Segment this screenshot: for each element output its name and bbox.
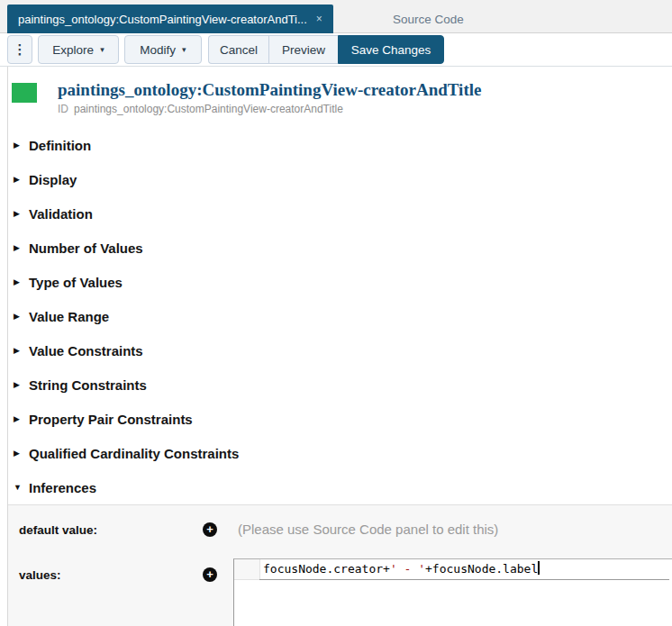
section-label: Property Pair Constraints: [29, 412, 193, 427]
section-row-string-constraints[interactable]: ▶ String Constraints: [8, 367, 672, 402]
chevron-down-icon: ▼: [14, 483, 23, 492]
section-label: Value Range: [29, 309, 109, 324]
resource-header-text: paintings_ontology:CustomPaintingView-cr…: [58, 79, 481, 115]
property-shape-icon: [12, 83, 37, 103]
edit-actions-group: Cancel Preview Save Changes: [208, 35, 444, 64]
section-label: Qualified Cardinality Constraints: [29, 446, 239, 461]
cancel-label: Cancel: [220, 43, 258, 57]
section-row-qualified-cardinality-constraints[interactable]: ▶ Qualified Cardinality Constraints: [8, 436, 672, 470]
save-changes-label: Save Changes: [351, 43, 431, 57]
code-string-token: ' - ': [390, 562, 425, 576]
chevron-right-icon: ▶: [14, 449, 23, 458]
values-code-editor[interactable]: focusNode.creator+' - '+focusNode.label: [233, 558, 672, 626]
kebab-icon: ⋮: [14, 41, 27, 58]
chevron-right-icon: ▶: [14, 312, 23, 321]
plus-icon: +: [206, 567, 213, 581]
page-title: paintings_ontology:CustomPaintingView-cr…: [58, 79, 481, 101]
chevron-right-icon: ▶: [14, 414, 23, 423]
section-row-inferences[interactable]: ▼ Inferences: [8, 470, 672, 504]
section-label: String Constraints: [29, 377, 147, 393]
preview-label: Preview: [282, 43, 325, 57]
section-list: ▶ Definition ▶ Display ▶ Validation ▶ Nu…: [8, 128, 672, 504]
explore-dropdown-button[interactable]: Explore ▾: [38, 35, 119, 64]
section-label: Number of Values: [29, 240, 143, 256]
inferences-panel: default value: + (Please use Source Code…: [8, 504, 672, 626]
code-line[interactable]: focusNode.creator+' - '+focusNode.label: [259, 559, 669, 580]
tab-resource[interactable]: paintings_ontology:CustomPaintingView-cr…: [7, 5, 333, 33]
add-values-button[interactable]: +: [203, 567, 217, 582]
section-label: Definition: [29, 138, 91, 153]
code-token: focusNode.creator+: [263, 562, 390, 576]
chevron-right-icon: ▶: [14, 175, 23, 184]
chevron-down-icon: ▾: [100, 45, 104, 54]
section-label: Display: [29, 172, 77, 187]
plus-icon: +: [206, 522, 213, 536]
add-default-value-button[interactable]: +: [203, 522, 217, 537]
section-label: Value Constraints: [29, 343, 143, 358]
chevron-right-icon: ▶: [14, 380, 23, 389]
values-label: values:: [19, 568, 61, 582]
kebab-menu-button[interactable]: ⋮: [7, 35, 32, 64]
tab-resource-label: paintings_ontology:CustomPaintingView-cr…: [18, 13, 307, 26]
chevron-down-icon: ▾: [182, 45, 186, 54]
save-changes-button[interactable]: Save Changes: [338, 35, 444, 64]
toolbar: ⋮ Explore ▾ Modify ▾ Cancel Preview Save…: [0, 33, 672, 67]
section-row-property-pair-constraints[interactable]: ▶ Property Pair Constraints: [8, 402, 672, 436]
section-row-number-of-values[interactable]: ▶ Number of Values: [8, 231, 672, 265]
resource-id-line: IDpaintings_ontology:CustomPaintingView-…: [58, 103, 481, 115]
modify-dropdown-button[interactable]: Modify ▾: [124, 35, 202, 64]
section-row-definition[interactable]: ▶ Definition: [8, 128, 672, 162]
section-row-value-range[interactable]: ▶ Value Range: [8, 299, 672, 333]
chevron-right-icon: ▶: [14, 141, 23, 150]
section-label: Type of Values: [29, 275, 123, 290]
chevron-right-icon: ▶: [14, 346, 23, 355]
section-row-display[interactable]: ▶ Display: [8, 162, 672, 196]
cancel-button[interactable]: Cancel: [208, 35, 268, 64]
section-row-value-constraints[interactable]: ▶ Value Constraints: [8, 333, 672, 367]
default-value-label: default value:: [19, 523, 97, 537]
tab-bar: paintings_ontology:CustomPaintingView-cr…: [0, 0, 672, 33]
close-icon[interactable]: ×: [316, 14, 322, 24]
chevron-right-icon: ▶: [14, 209, 23, 218]
chevron-right-icon: ▶: [14, 277, 23, 286]
section-row-validation[interactable]: ▶ Validation: [8, 196, 672, 231]
default-value-note: (Please use Source Code panel to edit th…: [238, 522, 498, 537]
section-label: Inferences: [29, 480, 96, 495]
tab-source-code-label: Source Code: [393, 13, 464, 26]
id-label: ID: [58, 103, 68, 115]
section-label: Validation: [29, 206, 93, 222]
explore-label: Explore: [52, 43, 94, 57]
resource-header: paintings_ontology:CustomPaintingView-cr…: [8, 67, 672, 115]
section-row-type-of-values[interactable]: ▶ Type of Values: [8, 265, 672, 299]
text-cursor: [538, 561, 540, 575]
modify-label: Modify: [140, 43, 176, 57]
tab-source-code[interactable]: Source Code: [386, 5, 471, 33]
id-value: paintings_ontology:CustomPaintingView-cr…: [74, 103, 343, 115]
code-token: +focusNode.label: [425, 562, 538, 576]
form-panel: paintings_ontology:CustomPaintingView-cr…: [7, 67, 672, 626]
preview-button[interactable]: Preview: [268, 35, 338, 64]
chevron-right-icon: ▶: [14, 243, 23, 252]
editor-gutter: [234, 559, 260, 580]
